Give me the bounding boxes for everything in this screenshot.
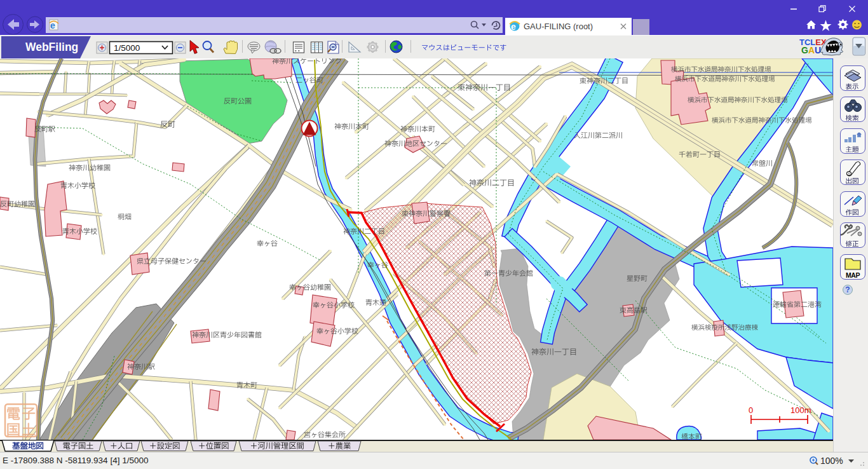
svg-text:0: 0: [749, 405, 753, 415]
svg-text:WebFiling: WebFiling: [25, 41, 78, 53]
svg-text:1/5000: 1/5000: [114, 43, 140, 53]
svg-text:GAU-FILING (root): GAU-FILING (root): [524, 22, 593, 31]
svg-text:100m: 100m: [790, 405, 811, 415]
svg-text:GAU: GAU: [801, 45, 821, 55]
svg-text:100%: 100%: [820, 456, 843, 466]
